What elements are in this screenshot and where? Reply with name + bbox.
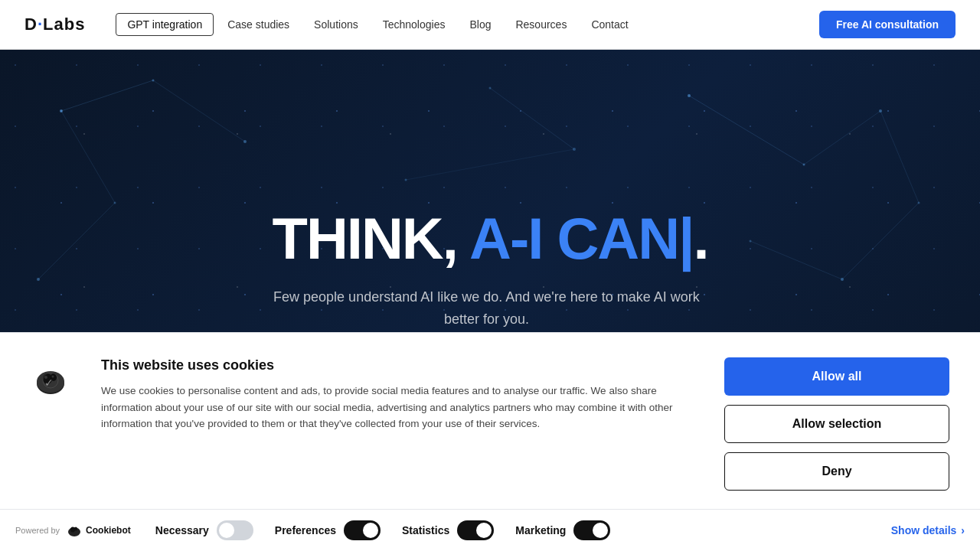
navigation: D·Labs GPT integration Case studies Solu… xyxy=(0,0,980,50)
statistics-toggle-slider xyxy=(457,520,494,540)
allow-all-button[interactable]: Allow all xyxy=(724,357,949,396)
deny-button[interactable]: Deny xyxy=(724,452,949,491)
svg-line-21 xyxy=(842,203,919,279)
statistics-toggle[interactable] xyxy=(457,520,494,540)
cookiebot-small-icon xyxy=(66,522,83,539)
statistics-toggle-group: Statistics xyxy=(402,520,494,540)
preferences-label: Preferences xyxy=(275,524,336,536)
nav-blog[interactable]: Blog xyxy=(459,14,501,35)
preferences-toggle-slider xyxy=(344,520,381,540)
cookiebot-icon: ✓ xyxy=(31,360,70,403)
cookie-top: ✓ This website uses cookies We use cooki… xyxy=(0,333,980,509)
logo: D·Labs xyxy=(24,15,85,34)
hero-title: THINK, A-I CAN|. xyxy=(272,210,707,268)
hero-title-dot: . xyxy=(693,206,707,271)
footer-toggles: Necessary Preferences Statistics xyxy=(155,520,867,540)
allow-selection-button[interactable]: Allow selection xyxy=(724,405,949,443)
cookie-description: We use cookies to personalise content an… xyxy=(101,383,694,432)
necessary-toggle[interactable] xyxy=(217,520,253,540)
svg-point-35 xyxy=(74,527,77,531)
nav-resources[interactable]: Resources xyxy=(505,14,577,35)
nav-links: GPT integration Case studies Solutions T… xyxy=(116,13,819,36)
nav-case-studies[interactable]: Case studies xyxy=(217,14,300,35)
svg-line-19 xyxy=(804,111,880,165)
marketing-toggle-group: Marketing xyxy=(515,520,610,540)
svg-line-22 xyxy=(750,241,842,279)
marketing-toggle[interactable] xyxy=(573,520,610,540)
show-details-link[interactable]: Show details › xyxy=(891,524,965,536)
svg-line-14 xyxy=(61,80,153,111)
svg-text:✓: ✓ xyxy=(44,377,54,389)
chevron-right-icon: › xyxy=(961,524,965,536)
necessary-label: Necessary xyxy=(155,524,209,536)
cookie-text-block: This website uses cookies We use cookies… xyxy=(101,357,694,432)
svg-line-18 xyxy=(689,96,804,165)
svg-line-23 xyxy=(490,88,574,149)
cookie-buttons: Allow all Allow selection Deny xyxy=(724,357,949,491)
show-details-text: Show details xyxy=(891,524,957,536)
svg-line-17 xyxy=(38,203,115,279)
hero-title-white: THINK, xyxy=(272,206,456,271)
logo-text: D·Labs xyxy=(24,15,85,34)
svg-line-15 xyxy=(153,80,245,142)
hero-subtitle: Few people understand AI like we do. And… xyxy=(272,286,701,331)
powered-by-label: Powered by Cookiebot xyxy=(15,522,131,539)
necessary-toggle-slider xyxy=(217,520,253,540)
svg-line-20 xyxy=(880,111,919,203)
svg-line-24 xyxy=(406,149,574,180)
svg-line-16 xyxy=(61,111,115,203)
marketing-toggle-slider xyxy=(573,520,610,540)
cookiebot-brand: Cookiebot xyxy=(86,525,131,536)
preferences-toggle[interactable] xyxy=(344,520,381,540)
cookiebot-logo: Cookiebot xyxy=(66,522,131,539)
nav-solutions[interactable]: Solutions xyxy=(303,14,369,35)
nav-contact[interactable]: Contact xyxy=(580,14,639,35)
hero-title-ai: A-I CAN xyxy=(469,206,678,271)
nav-technologies[interactable]: Technologies xyxy=(372,14,456,35)
cursor-icon: | xyxy=(678,206,693,271)
marketing-label: Marketing xyxy=(515,524,566,536)
powered-by-text: Powered by xyxy=(15,526,60,535)
svg-point-34 xyxy=(70,527,75,533)
necessary-toggle-group: Necessary xyxy=(155,520,253,540)
cta-button[interactable]: Free AI consultation xyxy=(819,11,956,38)
nav-gpt-integration[interactable]: GPT integration xyxy=(116,13,214,36)
cookie-banner: ✓ This website uses cookies We use cooki… xyxy=(0,332,980,551)
statistics-label: Statistics xyxy=(402,524,449,536)
cookie-title: This website uses cookies xyxy=(101,357,694,373)
preferences-toggle-group: Preferences xyxy=(275,520,381,540)
cookie-footer: Powered by Cookiebot Necessary xyxy=(0,509,980,551)
